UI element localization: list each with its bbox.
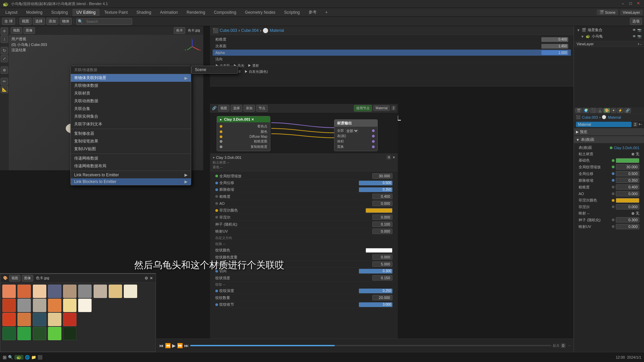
scene-vis-icon[interactable]: 👁	[633, 28, 636, 32]
wrinkle-depth-bar[interactable]: 0.250	[359, 289, 392, 293]
vp-color-btn[interactable]: 色卡	[174, 27, 185, 34]
right-global-offset-value[interactable]: 0.500	[616, 171, 639, 176]
menu-item-link-anim[interactable]: 关联动画数据	[71, 97, 191, 105]
color-7[interactable]	[109, 285, 122, 298]
tab-add[interactable]: +	[321, 9, 332, 16]
scene-selector[interactable]: 🎬 Scene	[597, 9, 618, 15]
taskbar-terminal[interactable]: ⬛	[38, 355, 43, 360]
mat-add-btn[interactable]: +	[638, 122, 641, 127]
rough-value[interactable]: 0.400	[372, 194, 392, 199]
search-input[interactable]	[84, 19, 130, 24]
timeline-end-icon[interactable]: ⏭	[184, 343, 189, 348]
use-nodes-btn[interactable]: 使用节点	[354, 105, 372, 112]
tab-sculpting[interactable]: Sculpting	[47, 9, 72, 16]
copy-socket-out[interactable]	[220, 145, 222, 148]
node-view-btn[interactable]: 视图	[218, 105, 229, 112]
color-0[interactable]	[2, 285, 16, 298]
material-name-field[interactable]: Material	[576, 122, 632, 127]
color-8[interactable]	[124, 285, 137, 298]
alpha-bar[interactable]: 1.000	[541, 50, 568, 55]
color-33[interactable]	[48, 327, 61, 340]
output-node[interactable]: 材质输出 全部 全部 表(画) 体积 置换	[334, 119, 378, 151]
diffuse-socket-out[interactable]	[220, 135, 222, 138]
out-socket-all[interactable]	[372, 129, 375, 132]
node-add-btn[interactable]: 添加	[244, 105, 255, 112]
color-12[interactable]	[33, 299, 46, 312]
clay-node-close[interactable]: ✕	[251, 118, 254, 121]
color2-socket-out[interactable]	[220, 130, 222, 133]
texture-metric-value[interactable]: 0.000	[372, 254, 392, 260]
color-11[interactable]	[17, 299, 31, 312]
tab-compositing[interactable]: Compositing	[210, 9, 240, 16]
roughness-bar[interactable]: 0.400	[541, 37, 568, 42]
palette-image-btn[interactable]: 图像	[22, 275, 33, 282]
object-btn[interactable]: 物体	[60, 18, 72, 25]
out-socket-displace[interactable]	[372, 145, 375, 148]
surface-toggle[interactable]: ▼ 表(曲)面	[574, 136, 644, 143]
right-ao-value[interactable]: 0.000	[616, 191, 639, 196]
scene-collection-item[interactable]: ▼ 🎬 场景集合 👁 📷	[574, 27, 644, 33]
clay-mat-value[interactable]: 无	[636, 152, 639, 157]
global-offset-bar[interactable]: 0.500	[359, 181, 392, 185]
mat-tab-world[interactable]: 🌍	[583, 108, 589, 113]
preview-toggle[interactable]: ▶ 预览	[574, 128, 644, 135]
rough-socket-out[interactable]	[220, 140, 222, 143]
submenu-item-scene[interactable]: Scene	[192, 66, 238, 73]
timeline-play-icon[interactable]: ▶	[172, 343, 176, 348]
color-15[interactable]	[78, 299, 92, 312]
mat-tab-geo[interactable]: △	[597, 108, 603, 113]
swell-bar[interactable]: 0.350	[359, 187, 392, 192]
color-5[interactable]	[78, 285, 92, 298]
option-emission[interactable]: ▶ 自发光(颜色)	[245, 70, 268, 73]
mat-tab-scene[interactable]: 🎬	[575, 108, 582, 113]
tab-geometry-nodes[interactable]: Geometry Nodes	[241, 9, 279, 16]
clay-node[interactable]: ● Clay 3.Doh.001 ✕ 着色点 颜色 Diffuse Map	[217, 116, 270, 151]
vp-view-btn[interactable]: 视图	[11, 27, 22, 34]
color-10[interactable]	[2, 299, 16, 312]
tab-rendering[interactable]: Rendering	[182, 9, 209, 16]
fresnel-color-swatch[interactable]	[366, 208, 392, 213]
right-swell-value[interactable]: 0.350	[616, 178, 639, 183]
color-20[interactable]	[2, 313, 16, 326]
texture-strength-value[interactable]: 0.150	[372, 275, 392, 281]
node-material-btn[interactable]: Material	[373, 105, 390, 111]
right-seed-value[interactable]: 0.300	[616, 217, 639, 223]
taskbar-search-icon[interactable]: 🔍	[8, 355, 13, 360]
taskbar-chrome[interactable]: 🌐	[25, 355, 30, 360]
color-socket-out[interactable]	[220, 125, 222, 128]
scale-tool[interactable]: ⤢	[1, 55, 8, 62]
color-2[interactable]	[33, 285, 46, 298]
color-23[interactable]	[48, 313, 61, 326]
mat-cube-label[interactable]: Cube.003	[582, 115, 598, 119]
tab-uv-editing[interactable]: UV Editing	[72, 9, 100, 16]
mat-tab-constraint[interactable]: 🔗	[624, 108, 631, 113]
color-34[interactable]	[63, 327, 76, 340]
tab-scripting[interactable]: Scripting	[280, 9, 304, 16]
color-14[interactable]	[63, 299, 76, 312]
tab-texture-paint[interactable]: Texture Paint	[100, 9, 132, 16]
menu-item-link-blockers[interactable]: Link Blockers to Emitter ▶	[71, 178, 191, 185]
cursor-tool[interactable]: ✛	[1, 27, 8, 35]
option-transmission[interactable]: ▶ 透射	[248, 64, 259, 67]
right-roughness-value[interactable]: 0.400	[616, 184, 639, 190]
out-select-all[interactable]: 全部	[345, 129, 359, 133]
global-mode-btn[interactable]: 全 球	[2, 18, 15, 25]
right-fresnel-value[interactable]: 0.000	[616, 204, 639, 209]
color-24[interactable]	[63, 313, 76, 326]
texture-scale-value[interactable]: 5.000	[372, 261, 392, 267]
surface-shader-value[interactable]: Clay 3.Doh.001	[614, 146, 639, 150]
menu-item-copy-modifiers[interactable]: 复制修改器	[71, 130, 191, 137]
base-color-swatch[interactable]	[616, 158, 639, 163]
taskbar-explorer[interactable]: 📁	[31, 355, 36, 360]
color-32[interactable]	[33, 327, 46, 340]
minimize-btn[interactable]: －	[620, 1, 626, 7]
turtle-item[interactable]: ▼ 🐢 小乌龟 👁 📷	[574, 33, 644, 40]
node-node-btn[interactable]: 节点	[256, 105, 268, 112]
add-btn[interactable]: 添加	[46, 18, 58, 25]
measure-tool[interactable]: 📐	[1, 86, 8, 93]
ior-bar[interactable]: 1.450	[541, 44, 568, 49]
maximize-btn[interactable]: □	[628, 1, 633, 7]
breadcrumb-cube004[interactable]: Cube.004	[241, 28, 259, 33]
texture-color-swatch[interactable]	[366, 248, 392, 253]
mat-tab-physics[interactable]: ⚡	[617, 108, 624, 113]
